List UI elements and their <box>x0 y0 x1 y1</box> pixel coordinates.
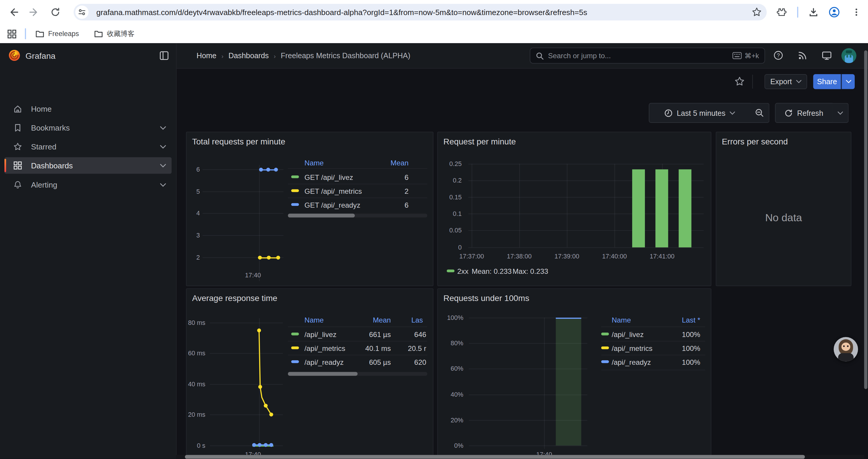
legend-row-name[interactable]: /api/_metrics <box>612 344 652 352</box>
y-tick: 5 <box>186 188 200 195</box>
panel-title[interactable]: Errors per second <box>722 137 788 146</box>
panel-total-requests[interactable]: Total requests per minute 6 5 4 3 2 17:4… <box>186 132 434 286</box>
chevron-down-icon[interactable] <box>160 126 166 130</box>
legend-row-name[interactable]: GET /api/_metrics <box>305 187 362 195</box>
profile-icon[interactable] <box>828 6 841 19</box>
export-button[interactable]: Export <box>765 74 807 89</box>
breadcrumb-home[interactable]: Home <box>196 52 216 60</box>
share-menu-button[interactable] <box>841 74 855 89</box>
grafana-brand[interactable]: Grafana <box>25 43 56 68</box>
sidebar-item-home[interactable]: Home <box>4 101 172 117</box>
refresh-button[interactable]: Refresh <box>775 103 833 123</box>
chevron-down-icon <box>796 80 802 84</box>
clock-icon <box>664 109 673 117</box>
legend-scrollbar[interactable] <box>288 214 427 218</box>
legend-header-mean[interactable]: Mean <box>391 159 409 167</box>
sidebar-item-alerting[interactable]: Alerting <box>4 177 172 193</box>
chevron-down-icon[interactable] <box>160 145 166 149</box>
grafana-logo-icon[interactable] <box>8 49 20 61</box>
menu-dots-icon[interactable] <box>850 6 863 19</box>
panel-request-per-minute[interactable]: Request per minute 0.25 0.2 0.15 0.1 0.0… <box>437 132 711 286</box>
bar-2xx <box>632 169 645 247</box>
breadcrumb-dashboards[interactable]: Dashboards <box>228 52 269 60</box>
y-tick: 0% <box>438 441 463 449</box>
sidebar-item-starred[interactable]: Starred <box>4 138 172 155</box>
bookmark-folder-freeleaps[interactable]: Freeleaps <box>35 24 79 43</box>
share-button[interactable]: Share <box>813 74 841 89</box>
panel-title[interactable]: Requests under 100ms <box>443 293 529 303</box>
subheader-divider <box>752 75 753 89</box>
legend-table: Name Mean GET /api/_livez 6 GET /api/_me… <box>288 132 427 286</box>
grafana-topnav: Grafana Home › Dashboards › Freeleaps Me… <box>0 43 868 68</box>
legend-header-name[interactable]: Name <box>612 316 631 324</box>
zoom-out-button[interactable] <box>750 103 770 123</box>
series-color-yellow <box>291 347 299 349</box>
chevron-down-icon[interactable] <box>160 183 166 187</box>
chevron-right-icon: › <box>222 52 224 59</box>
chevron-down-icon[interactable] <box>160 164 166 167</box>
bookmark-star-icon[interactable] <box>751 6 762 18</box>
legend-row-last: 20.5 r <box>408 344 426 352</box>
panel-title[interactable]: Total requests per minute <box>192 137 285 146</box>
url-text[interactable]: grafana.mathmast.com/d/deytv4rwavabkb/fr… <box>96 4 739 21</box>
extensions-icon[interactable] <box>774 6 788 19</box>
sidebar-item-bookmarks[interactable]: Bookmarks <box>4 120 172 136</box>
legend-table: Name Mean Las /api/_livez 661 µs 646 /ap… <box>288 289 427 459</box>
bookmark-folder-blogs[interactable]: 收藏博客 <box>94 24 135 43</box>
x-tick: 17:40 <box>236 271 270 279</box>
legend-header-last[interactable]: Las <box>411 316 423 324</box>
x-tick: 17:37:00 <box>454 252 489 260</box>
page-vertical-scrollbar[interactable] <box>864 51 867 389</box>
legend-row-name[interactable]: /api/_livez <box>612 330 644 339</box>
legend-row-value: 6 <box>404 201 409 209</box>
downloads-icon[interactable] <box>807 6 820 19</box>
page-horizontal-scrollbar[interactable] <box>176 455 864 459</box>
home-icon <box>13 104 22 113</box>
legend-scrollbar[interactable] <box>288 372 427 376</box>
sidebar-item-label: Home <box>31 104 172 113</box>
toggle-sidebar-icon[interactable] <box>159 51 169 60</box>
favorite-star-icon[interactable] <box>734 76 745 87</box>
panel-title[interactable]: Request per minute <box>443 137 516 146</box>
back-icon[interactable] <box>6 6 20 19</box>
legend-series[interactable]: 2xx <box>457 267 469 275</box>
y-tick: 80% <box>438 339 463 347</box>
divider <box>288 198 427 198</box>
chevron-right-icon: › <box>274 52 276 59</box>
series-color-blue <box>601 360 609 363</box>
forward-icon[interactable] <box>28 6 41 19</box>
data-point <box>259 168 263 172</box>
help-icon[interactable]: ? <box>773 50 784 61</box>
floating-assistant-avatar[interactable] <box>834 337 858 361</box>
legend-max: Max: 0.233 <box>513 267 548 275</box>
sidebar-item-dashboards[interactable]: Dashboards <box>4 157 172 174</box>
sidebar: Home Bookmarks Starred Dashboards Alerti <box>0 68 177 459</box>
gridline <box>469 446 587 446</box>
legend-row-name[interactable]: /api/_livez <box>305 330 337 339</box>
news-rss-icon[interactable] <box>797 50 808 61</box>
url-bar[interactable]: grafana.mathmast.com/d/deytv4rwavabkb/fr… <box>73 4 767 21</box>
apps-grid-icon[interactable] <box>7 24 17 43</box>
panel-requests-under-100ms[interactable]: Requests under 100ms 100% 80% 60% 40% 20… <box>437 288 711 459</box>
monitor-icon[interactable] <box>821 50 832 61</box>
legend-header-name[interactable]: Name <box>305 159 324 167</box>
series-color-yellow <box>291 189 299 192</box>
legend-header-mean[interactable]: Mean <box>373 316 391 324</box>
legend-header-name[interactable]: Name <box>305 316 324 324</box>
legend-row-name[interactable]: GET /api/_livez <box>305 173 353 182</box>
legend-header-last[interactable]: Last * <box>682 316 700 324</box>
y-tick: 0 <box>438 243 462 251</box>
legend-row-name[interactable]: /api/_readyz <box>305 358 344 366</box>
panel-avg-response-time[interactable]: Average response time 80 ms 60 ms 40 ms … <box>186 288 434 459</box>
legend-row-name[interactable]: /api/_metrics <box>305 344 345 352</box>
panel-errors-per-second[interactable]: Errors per second No data <box>716 132 851 286</box>
bookmarks-divider <box>25 28 26 39</box>
legend-row-name[interactable]: /api/_readyz <box>612 358 651 366</box>
refresh-interval-button[interactable] <box>832 103 848 123</box>
legend-row-name[interactable]: GET /api/_readyz <box>305 201 361 209</box>
user-avatar[interactable] <box>841 48 857 63</box>
site-settings-icon[interactable] <box>75 6 89 19</box>
search-input[interactable]: Search or jump to... ⌘+k <box>530 47 765 64</box>
time-range-picker[interactable]: Last 5 minutes <box>649 103 751 123</box>
reload-icon[interactable] <box>49 6 62 19</box>
